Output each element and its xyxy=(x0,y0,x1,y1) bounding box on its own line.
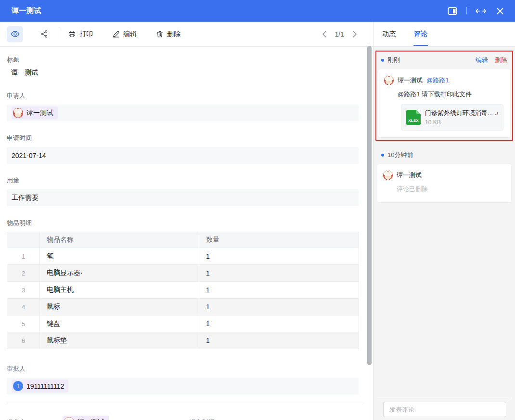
table-row: 1 笔 1 xyxy=(7,248,359,265)
submitter-name: 谭一测试 xyxy=(77,418,104,420)
edit-button[interactable]: 编辑 xyxy=(112,30,137,39)
comment-input[interactable] xyxy=(383,402,506,417)
row-index: 1 xyxy=(7,248,40,265)
approver-chip[interactable]: 1 19111111112 xyxy=(12,380,68,393)
comment-card: 谭一测试 评论已删除 xyxy=(377,164,511,202)
comment-composer xyxy=(377,398,511,420)
submit-time-label: 提交时间 xyxy=(190,418,244,420)
app-window: 谭一测试 xyxy=(0,0,515,420)
xlsx-file-type-label: XLSX xyxy=(408,118,419,123)
cell-quantity: 1 xyxy=(199,248,359,265)
share-button[interactable] xyxy=(37,27,51,41)
preview-button[interactable] xyxy=(7,26,23,42)
submitter-chip[interactable]: 谭一测试 xyxy=(63,416,109,420)
trash-icon xyxy=(156,30,164,38)
cell-item-name: 鼠标 xyxy=(40,299,199,315)
comment-time: 刚刚 xyxy=(387,56,400,65)
field-value-date: 2021-07-14 xyxy=(7,147,359,164)
field-label-approver: 审批人 xyxy=(7,365,359,373)
items-table-label: 物品明细 xyxy=(7,219,359,227)
cell-quantity: 1 xyxy=(199,332,359,349)
row-index: 4 xyxy=(7,299,40,315)
page-indicator: 1/1 xyxy=(335,30,344,38)
cell-quantity: 1 xyxy=(199,299,359,315)
delete-label: 删除 xyxy=(167,30,180,39)
items-table-header-row: 物品名称 数量 xyxy=(7,232,359,248)
document-panel: 打印 编辑 xyxy=(0,22,373,420)
comment-text: @路路1 请下载打印此文件 xyxy=(398,90,504,99)
table-row: 2 电脑显示器· 1 xyxy=(7,265,359,282)
comment-author: 谭一测试 xyxy=(398,76,423,85)
comments-list: 刚刚 编辑 删除 谭一测试 @路路1 @路路1 请下载打印此文件 xyxy=(373,47,515,398)
items-table: 物品名称 数量 1 笔 1 2 电脑显示器· 1 xyxy=(7,232,359,349)
sidebar-tabs: 动态 评论 xyxy=(373,22,515,47)
comment-mention[interactable]: @路路1 xyxy=(426,76,449,85)
applicant-name: 谭一测试 xyxy=(26,109,53,118)
tab-activity[interactable]: 动态 xyxy=(382,22,396,46)
submitter-label: 提交人 xyxy=(7,418,63,420)
avatar xyxy=(13,108,23,118)
comment-edit-link[interactable]: 编辑 xyxy=(476,56,488,65)
field-value-applicant: 谭一测试 xyxy=(7,105,359,121)
comment-section-highlighted: 刚刚 编辑 删除 谭一测试 @路路1 @路路1 请下载打印此文件 xyxy=(375,51,513,141)
applicant-chip[interactable]: 谭一测试 xyxy=(12,106,58,119)
title-bar: 谭一测试 xyxy=(0,0,515,22)
comment-author: 谭一测试 xyxy=(397,171,422,180)
comment-header: 刚刚 编辑 删除 xyxy=(376,52,512,67)
comment-card: 谭一测试 @路路1 @路路1 请下载打印此文件 XLSX 门诊紫外线灯环境消毒.… xyxy=(378,69,510,137)
titlebar-divider xyxy=(466,7,467,14)
comment-section: 10分钟前 谭一测试 评论已删除 xyxy=(375,148,513,202)
comment-header: 10分钟前 xyxy=(377,148,511,162)
window-title: 谭一测试 xyxy=(12,6,41,15)
print-button[interactable]: 打印 xyxy=(68,30,93,39)
attachment-filename: 门诊紫外线灯环境消毒... .xlsx xyxy=(425,109,498,118)
form-content: 标题 谭一测试 申请人 谭一测试 申请时间 2021-07-14 用途 工作需要… xyxy=(0,55,373,420)
cell-quantity: 1 xyxy=(199,265,359,282)
table-row: 3 电脑主机 1 xyxy=(7,282,359,299)
cell-item-name: 笔 xyxy=(40,248,199,265)
cell-quantity: 1 xyxy=(199,282,359,299)
submit-time-value: 2021-07-14 15:29:43 xyxy=(244,419,306,420)
header-item-name: 物品名称 xyxy=(40,232,199,248)
row-index: 2 xyxy=(7,265,40,282)
approver-order-badge: 1 xyxy=(13,381,23,391)
table-row: 6 鼠标垫 1 xyxy=(7,332,359,349)
row-index: 3 xyxy=(7,282,40,299)
print-label: 打印 xyxy=(79,30,93,39)
expand-horizontal-icon[interactable] xyxy=(476,6,486,16)
delete-button[interactable]: 删除 xyxy=(156,30,180,39)
approver-name: 19111111112 xyxy=(26,382,64,390)
prev-page-icon[interactable] xyxy=(321,30,328,38)
field-label-purpose: 用途 xyxy=(7,176,359,185)
field-label-applicant: 申请人 xyxy=(7,92,359,100)
next-page-icon[interactable] xyxy=(351,30,359,38)
cell-item-name: 鼠标垫 xyxy=(40,332,199,349)
row-index: 5 xyxy=(7,315,40,332)
field-value-title: 谭一测试 xyxy=(7,68,359,77)
pencil-icon xyxy=(112,30,120,38)
cell-item-name: 电脑显示器· xyxy=(40,265,199,282)
avatar xyxy=(384,76,394,85)
header-quantity: 数量 xyxy=(199,232,359,248)
avatar xyxy=(383,171,393,180)
comment-delete-link[interactable]: 删除 xyxy=(495,56,507,65)
attachment-card[interactable]: XLSX 门诊紫外线灯环境消毒... .xlsx 10 KB xyxy=(401,104,503,131)
printer-icon xyxy=(68,30,76,38)
footer-divider xyxy=(7,403,365,403)
timeline-dot-icon xyxy=(381,59,384,62)
eye-icon xyxy=(11,29,20,39)
vertical-scrollbar[interactable] xyxy=(367,46,372,365)
comment-time: 10分钟前 xyxy=(387,151,413,159)
edit-label: 编辑 xyxy=(123,30,137,39)
pagination: 1/1 xyxy=(321,30,359,38)
field-value-approver: 1 19111111112 xyxy=(7,378,359,394)
submit-info-row: 提交人 谭一测试 提交时间 2021-07-14 15:29:43 xyxy=(7,416,359,420)
tab-comments[interactable]: 评论 xyxy=(414,22,427,46)
close-icon[interactable] xyxy=(495,6,505,16)
field-value-purpose: 工作需要 xyxy=(7,189,359,206)
table-row: 5 键盘 1 xyxy=(7,315,359,332)
side-panel-toggle-icon[interactable] xyxy=(447,6,458,16)
row-index: 6 xyxy=(7,332,40,349)
field-label-date: 申请时间 xyxy=(7,134,359,143)
comments-sidebar: 动态 评论 刚刚 编辑 删除 xyxy=(373,22,515,420)
